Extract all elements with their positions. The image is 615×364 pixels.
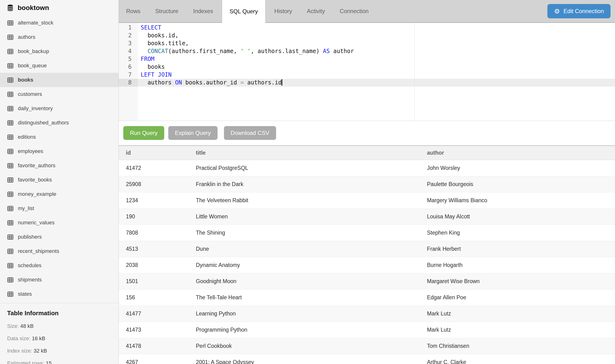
table-information-title: Table Information xyxy=(7,310,111,317)
sidebar-item-daily_inventory[interactable]: daily_inventory xyxy=(0,101,118,116)
table-cell: Learning Python xyxy=(196,305,427,322)
gear-icon: ⚙ xyxy=(554,8,560,14)
table-cell: 41472 xyxy=(119,160,196,176)
sidebar-item-favorite_books[interactable]: favorite_books xyxy=(0,173,118,187)
sidebar-item-publishers[interactable]: publishers xyxy=(0,230,118,244)
table-icon xyxy=(7,63,13,69)
text-cursor xyxy=(282,79,282,86)
column-header-author[interactable]: author xyxy=(427,146,615,160)
table-row[interactable]: 7808The ShiningStephen King xyxy=(119,225,615,241)
editor-code[interactable]: SELECT books.id, books.title, CONCAT(aut… xyxy=(138,23,615,87)
table-cell: 41473 xyxy=(119,322,196,338)
column-header-id[interactable]: id xyxy=(119,146,196,160)
sidebar-item-employees[interactable]: employees xyxy=(0,144,118,158)
download-csv-button[interactable]: Download CSV xyxy=(224,126,276,140)
table-icon xyxy=(7,291,13,297)
sidebar-item-editions[interactable]: editions xyxy=(0,130,118,144)
table-cell: The Shining xyxy=(196,225,427,241)
sidebar-item-label: employees xyxy=(18,148,43,154)
table-row[interactable]: 190Little WomenLouisa May Alcott xyxy=(119,208,615,225)
editor-pane-divider xyxy=(414,23,415,121)
table-icon xyxy=(7,177,13,183)
table-icon xyxy=(7,191,13,197)
tab-history[interactable]: History xyxy=(267,0,300,22)
sidebar-item-alternate_stock[interactable]: alternate_stock xyxy=(0,16,118,30)
run-query-button[interactable]: Run Query xyxy=(123,126,164,140)
table-row[interactable]: 2038Dynamic AnatomyBurne Hogarth xyxy=(119,257,615,273)
sidebar-item-money_example[interactable]: money_example xyxy=(0,187,118,201)
table-cell: 4267 xyxy=(119,354,196,364)
code-line: FROM xyxy=(138,55,615,63)
table-icon xyxy=(7,220,13,226)
sidebar-item-my_list[interactable]: my_list xyxy=(0,201,118,216)
database-icon xyxy=(7,4,14,12)
table-cell: Dynamic Anatomy xyxy=(196,257,427,273)
tab-indexes[interactable]: Indexes xyxy=(186,0,220,22)
table-icon xyxy=(7,262,13,269)
line-number: 2 xyxy=(119,32,138,39)
column-header-title[interactable]: title xyxy=(196,146,427,160)
database-header[interactable]: booktown xyxy=(0,0,118,16)
table-icon xyxy=(7,277,13,283)
tab-activity[interactable]: Activity xyxy=(300,0,332,22)
line-number: 4 xyxy=(119,47,138,55)
sidebar-item-label: daily_inventory xyxy=(18,105,53,112)
table-row[interactable]: 42672001: A Space OdysseyArthur C. Clark… xyxy=(119,354,615,364)
table-cell: Arthur C. Clarke xyxy=(427,354,615,364)
sidebar-item-book_queue[interactable]: book_queue xyxy=(0,59,118,73)
line-number: 6 xyxy=(119,63,138,71)
table-cell: 41477 xyxy=(119,305,196,322)
table-row[interactable]: 41478Perl CookbookTom Christiansen xyxy=(119,338,615,354)
sidebar-item-books[interactable]: books xyxy=(0,73,118,87)
sidebar-item-authors[interactable]: authors xyxy=(0,30,118,44)
editor-gutter: 12345678 xyxy=(119,23,138,121)
tab-sql-query[interactable]: SQL Query xyxy=(222,0,265,23)
code-line: books.title, xyxy=(138,39,615,47)
sql-editor[interactable]: 12345678 SELECT books.id, books.title, C… xyxy=(119,23,615,121)
table-cell: Mark Lutz xyxy=(427,305,615,322)
table-row[interactable]: 4513DuneFrank Herbert xyxy=(119,241,615,257)
sidebar-item-states[interactable]: states xyxy=(0,287,118,301)
sidebar-item-label: distinguished_authors xyxy=(18,120,69,126)
table-row[interactable]: 1501Goodnight MoonMargaret Wise Brown xyxy=(119,273,615,289)
table-cell: Mark Lutz xyxy=(427,322,615,338)
sidebar-item-distinguished_authors[interactable]: distinguished_authors xyxy=(0,116,118,130)
sidebar-item-shipments[interactable]: shipments xyxy=(0,273,118,287)
table-row[interactable]: 41473Programming PythonMark Lutz xyxy=(119,322,615,338)
table-row[interactable]: 25908Franklin in the DarkPaulette Bourge… xyxy=(119,176,615,192)
table-row[interactable]: 1234The Velveteen RabbitMargery Williams… xyxy=(119,192,615,208)
table-cell: Stephen King xyxy=(427,225,615,241)
code-line: authors ON books.author_id = authors.id xyxy=(138,79,615,87)
sidebar-item-book_backup[interactable]: book_backup xyxy=(0,44,118,59)
table-information: Table Information Size: 48 kBData size: … xyxy=(0,303,118,364)
sidebar-item-label: editions xyxy=(18,134,36,140)
code-line: LEFT JOIN xyxy=(138,71,615,79)
table-cell: Margery Williams Bianco xyxy=(427,192,615,208)
table-row[interactable]: 156The Tell-Tale HeartEdgar Allen Poe xyxy=(119,289,615,305)
sidebar-item-schedules[interactable]: schedules xyxy=(0,258,118,273)
table-cell: 1234 xyxy=(119,192,196,208)
table-cell: Tom Christiansen xyxy=(427,338,615,354)
sidebar-item-favorite_authors[interactable]: favorite_authors xyxy=(0,158,118,173)
sidebar: booktown alternate_stockauthorsbook_back… xyxy=(0,0,119,364)
code-line: CONCAT(authors.first_name, ' ', authors.… xyxy=(138,47,615,55)
table-information-rows: Size: 48 kBData size: 16 kBIndex size: 3… xyxy=(7,323,111,364)
tab-structure[interactable]: Structure xyxy=(148,0,186,22)
sidebar-item-label: favorite_books xyxy=(18,177,52,183)
sidebar-item-customers[interactable]: customers xyxy=(0,87,118,101)
results-body: 41472Practical PostgreSQLJohn Worsley259… xyxy=(119,160,615,364)
explain-query-button[interactable]: Explain Query xyxy=(168,126,218,140)
table-icon xyxy=(7,234,13,240)
sidebar-item-label: books xyxy=(18,77,33,83)
sidebar-item-recent_shipments[interactable]: recent_shipments xyxy=(0,244,118,258)
sidebar-item-label: publishers xyxy=(18,234,42,240)
tab-connection[interactable]: Connection xyxy=(332,0,376,22)
table-row[interactable]: 41477Learning PythonMark Lutz xyxy=(119,305,615,322)
sidebar-item-numeric_values[interactable]: numeric_values xyxy=(0,216,118,230)
edit-connection-button[interactable]: ⚙ Edit Connection xyxy=(547,4,611,18)
table-row[interactable]: 41472Practical PostgreSQLJohn Worsley xyxy=(119,160,615,176)
tab-rows[interactable]: Rows xyxy=(119,0,148,22)
code-line: books xyxy=(138,63,615,71)
table-cell: Franklin in the Dark xyxy=(196,176,427,192)
sidebar-item-label: alternate_stock xyxy=(18,20,53,26)
